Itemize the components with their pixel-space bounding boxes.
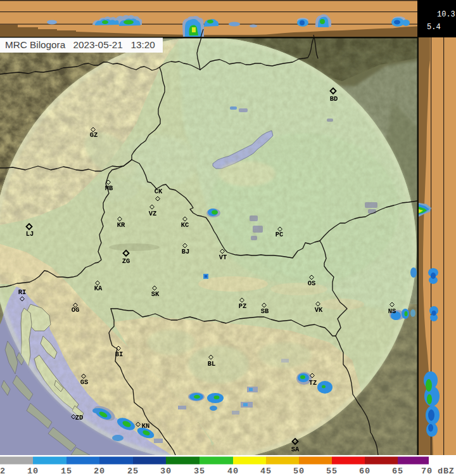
svg-text:40: 40 [227,466,239,476]
svg-text:60: 60 [359,466,370,476]
svg-text:SK: SK [151,290,160,298]
svg-text:SA: SA [291,446,300,453]
svg-text:BJ: BJ [182,248,190,255]
svg-text:45: 45 [260,466,272,476]
svg-text:NS: NS [388,307,396,315]
svg-text:70: 70 [421,466,433,476]
svg-text:RI: RI [18,288,27,296]
svg-text:50: 50 [293,466,305,476]
svg-text:MB: MB [105,184,113,192]
svg-text:CK: CK [155,188,163,195]
svg-text:KC: KC [181,221,189,229]
svg-text:MRC Bilogora2023-05-2113:20: MRC Bilogora2023-05-2113:20 [5,39,155,50]
svg-text:ZG: ZG [122,257,130,265]
svg-text:ZD: ZD [75,414,84,421]
svg-text:20: 20 [94,466,105,476]
svg-text:KN: KN [142,422,150,430]
svg-text:PC: PC [276,231,284,238]
svg-text:15: 15 [61,466,72,476]
svg-text:KA: KA [94,285,103,292]
svg-text:25: 25 [127,466,139,476]
svg-text:10.3: 10.3 [437,10,455,19]
svg-text:BL: BL [208,360,216,368]
svg-text:55: 55 [326,466,338,476]
svg-text:OG: OG [72,306,80,314]
svg-text:VK: VK [315,306,323,314]
svg-text:dBZ: dBZ [438,466,455,476]
svg-text:PZ: PZ [239,302,247,310]
svg-text:35: 35 [194,466,205,476]
svg-text:VT: VT [219,254,227,261]
svg-text:LJ: LJ [26,230,34,238]
svg-text:OS: OS [308,280,316,287]
svg-text:GS: GS [80,378,89,386]
svg-text:BD: BD [330,95,338,103]
svg-text:65: 65 [392,466,403,476]
svg-text:KR: KR [117,221,125,229]
svg-text:5.4: 5.4 [427,23,441,32]
svg-text:2: 2 [0,466,6,476]
svg-text:TZ: TZ [309,379,317,387]
svg-text:GZ: GZ [90,131,98,139]
svg-text:SB: SB [261,307,269,315]
svg-text:BI: BI [115,351,124,358]
svg-text:10: 10 [27,466,39,476]
svg-text:30: 30 [160,466,172,476]
svg-text:VZ: VZ [149,210,157,217]
